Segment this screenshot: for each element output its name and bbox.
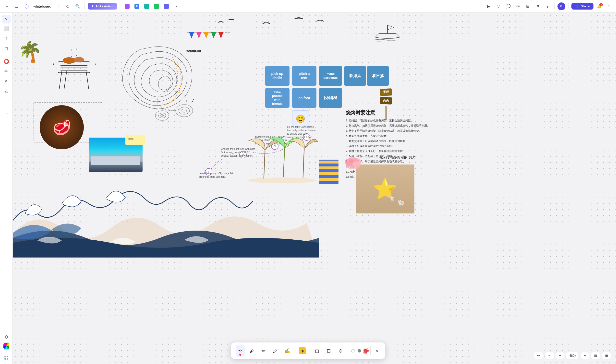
brush-tool[interactable]: 🖌: [248, 345, 256, 357]
arrow-right-button[interactable]: ›: [475, 2, 483, 10]
sticky-icon: ◻: [4, 46, 8, 51]
document-title: whiteboard: [33, 4, 51, 8]
close-toolbar-button[interactable]: ✕: [374, 347, 380, 354]
sign-post-1: 景观: [380, 88, 392, 96]
color-gray[interactable]: [358, 349, 361, 352]
search-button[interactable]: 🔍: [74, 2, 81, 10]
smiley-icon: 😊: [296, 114, 306, 123]
import-button[interactable]: ⊞: [524, 2, 532, 10]
comment-button[interactable]: 💬: [504, 2, 512, 10]
settings-button[interactable]: ⚙: [2, 333, 11, 341]
eraser-tool-button[interactable]: ✕: [2, 77, 11, 85]
lasso-icon: ⭕: [4, 59, 9, 64]
birds-illustration: [214, 15, 336, 36]
lines-icon: —: [4, 98, 9, 103]
export-icon: ↑: [57, 4, 59, 9]
plugin-indigo-icon: [164, 4, 169, 9]
plugin-green-button[interactable]: [153, 2, 161, 10]
card-on-foot[interactable]: on foot: [292, 88, 316, 108]
ai-assistant-button[interactable]: ✦ AI Assistant: [88, 3, 117, 10]
more-tools-button[interactable]: ···: [2, 109, 11, 118]
card-label: 吹海风: [349, 73, 361, 78]
lasso-tool-button[interactable]: ⭕: [2, 57, 11, 66]
grid-view-button[interactable]: ⊞: [602, 352, 611, 359]
svg-point-39: [349, 157, 357, 162]
back-button[interactable]: ←: [3, 2, 11, 10]
share-button[interactable]: 👤 Share: [571, 3, 593, 10]
zoom-in-button[interactable]: +: [581, 352, 589, 359]
card-make-barbecue[interactable]: make barbecue: [319, 66, 342, 86]
zoom-out-button[interactable]: −: [556, 352, 564, 359]
card-pitch-a-tent[interactable]: pitch a tent: [292, 66, 316, 86]
sign-posts: 景观 向内: [380, 89, 392, 120]
marker-tool[interactable]: 🖊: [271, 345, 280, 357]
sticky-note-text: note: [128, 137, 134, 140]
apps-button[interactable]: [2, 353, 11, 362]
plugin-blue-button[interactable]: P: [133, 2, 141, 10]
divider-4: [568, 3, 568, 9]
notification-badge: 3: [599, 3, 603, 6]
marker-icon: 🖊: [273, 348, 278, 354]
export-button[interactable]: ↑: [54, 2, 62, 10]
eraser-icon: ◻: [315, 348, 319, 354]
color-palette-button[interactable]: [3, 342, 10, 349]
bbq-food-photo: 🥩: [40, 105, 84, 149]
brush-icon: 🖌: [250, 348, 254, 354]
tag-icon: ◇: [66, 4, 69, 9]
svg-point-20: [159, 113, 166, 118]
plugin-teal-button[interactable]: [143, 2, 151, 10]
shapes-tool-button[interactable]: △: [2, 86, 11, 95]
lines-tool-button[interactable]: —: [2, 96, 11, 105]
plugin-indigo-button[interactable]: [162, 2, 170, 10]
stroke-eraser-tool[interactable]: ⊟: [324, 345, 333, 357]
beach-umbrella-stripes: [319, 160, 338, 184]
ai-label: AI Assistant: [95, 4, 114, 8]
fit-page-icon: ⊡: [594, 354, 597, 357]
pointer-button[interactable]: ↖: [545, 352, 554, 359]
card-pick-up-shells[interactable]: pick up shells: [265, 66, 290, 86]
menu-button[interactable]: ☰: [13, 2, 21, 10]
canvas: 🌴: [13, 13, 616, 364]
card-volleyball[interactable]: 沙滩排球: [319, 88, 342, 108]
undo-button[interactable]: ↩: [534, 352, 543, 359]
plugin-purple-button[interactable]: [123, 2, 131, 10]
notification-button[interactable]: 🔔 3: [595, 2, 603, 10]
timer-button[interactable]: ◷: [514, 2, 522, 10]
sticky-tool-button[interactable]: ◻: [2, 44, 11, 53]
text-tool-button[interactable]: T: [2, 34, 11, 43]
user-avatar: E: [557, 2, 565, 10]
color-red[interactable]: [364, 349, 367, 352]
search-icon: 🔍: [75, 4, 80, 9]
more-vert-button[interactable]: ⋮: [544, 2, 551, 10]
pen-tool-button[interactable]: ✏: [2, 67, 11, 76]
highlighter-tool[interactable]: ◑: [298, 345, 307, 357]
play-button[interactable]: ▶: [485, 2, 493, 10]
color-transparent[interactable]: [351, 349, 355, 352]
calligraphy-tool[interactable]: ✍: [283, 345, 292, 357]
play-icon: ▶: [487, 4, 490, 9]
frame-icon: ⬜: [4, 26, 9, 32]
boat-sketch: [373, 23, 402, 43]
flag-button[interactable]: ⚑: [534, 2, 542, 10]
chevron-button[interactable]: ›: [172, 2, 180, 10]
card-take-photos[interactable]: Take photos with friends: [265, 88, 290, 108]
card-label: Take photos with friends: [268, 90, 286, 105]
fountain-pen-tool[interactable]: ✒: [236, 345, 245, 357]
eraser-tool[interactable]: ◻: [313, 345, 321, 357]
logo-button[interactable]: ⬡: [23, 2, 30, 10]
help-button[interactable]: ?: [605, 2, 613, 10]
zoom-level-display[interactable]: 48%: [566, 352, 579, 359]
frame-tool-button[interactable]: ⬜: [2, 25, 11, 33]
select-tool-button[interactable]: ↖: [2, 15, 11, 24]
fit-page-button[interactable]: ⊡: [591, 352, 600, 359]
starfish-photo: ⭐ 🐚 🐚: [356, 165, 415, 213]
tag-button[interactable]: ◇: [64, 2, 72, 10]
lasso-eraser-tool[interactable]: ⊘: [336, 345, 345, 357]
card-watch-sunset[interactable]: 看日落: [367, 66, 389, 86]
card-blow-sea-breeze[interactable]: 吹海风: [344, 66, 366, 86]
svg-point-21: [161, 114, 164, 117]
zoom-percentage: 48%: [569, 354, 576, 357]
collab-button[interactable]: ⚇: [495, 2, 502, 10]
card-label: on foot: [298, 96, 310, 100]
pencil-tool[interactable]: ✏: [259, 345, 268, 357]
